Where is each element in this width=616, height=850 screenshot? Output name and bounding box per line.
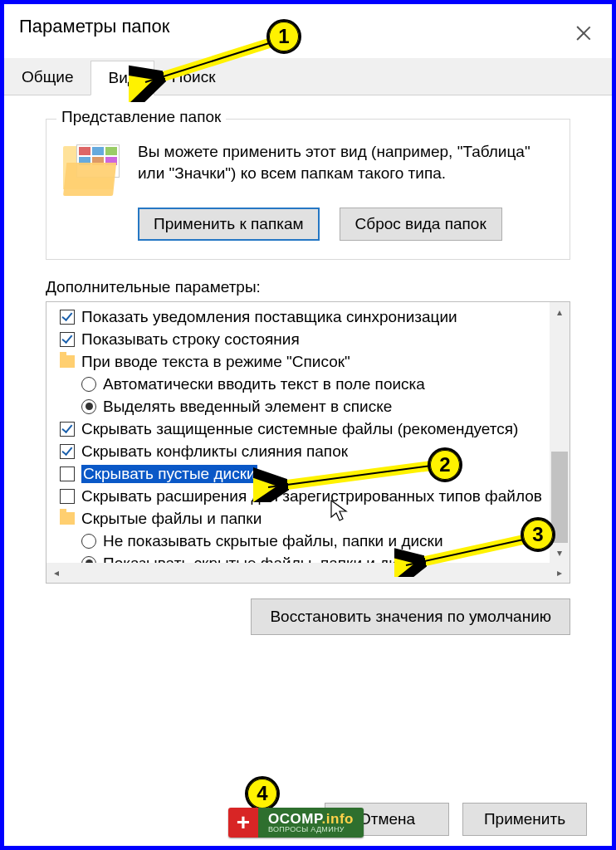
list-item[interactable]: Скрытые файлы и папки — [46, 507, 550, 530]
tab-general[interactable]: Общие — [4, 60, 90, 95]
folder-views-legend: Представление папок — [56, 108, 226, 126]
watermark: + OCOMP.info ВОПРОСЫ АДМИНУ — [228, 808, 364, 838]
checkbox[interactable] — [60, 489, 75, 504]
list-item[interactable]: Показывать строку состояния — [46, 328, 550, 350]
list-item-label: Показывать строку состояния — [81, 330, 300, 349]
list-item[interactable]: Скрывать конфликты слияния папок — [46, 440, 550, 462]
titlebar: Параметры папок — [4, 4, 612, 42]
annotation-callout-4: 4 — [245, 776, 280, 811]
window-title: Параметры папок — [19, 16, 169, 37]
annotation-callout-2: 2 — [428, 447, 462, 482]
list-item[interactable]: Скрывать защищенные системные файлы (рек… — [46, 418, 550, 440]
radio[interactable] — [81, 556, 96, 564]
radio[interactable] — [81, 377, 96, 392]
tab-view[interactable]: Вид — [90, 61, 154, 95]
scroll-right-icon[interactable]: ▸ — [550, 563, 570, 583]
list-item-label: Не показывать скрытые файлы, папки и дис… — [103, 532, 443, 550]
outer-frame: Параметры папок Общие Вид Поиск Представ… — [0, 0, 616, 850]
scroll-left-icon[interactable]: ◂ — [46, 563, 66, 583]
folder-views-desc: Вы можете применить этот вид (например, … — [138, 141, 553, 194]
radio[interactable] — [81, 399, 96, 414]
list-item-label: Показывать скрытые файлы, папки и диски — [103, 554, 421, 564]
checkbox[interactable] — [60, 310, 75, 325]
apply-to-folders-button[interactable]: Применить к папкам — [138, 208, 320, 241]
list-item-label: Скрытые файлы и папки — [81, 510, 262, 528]
list-item-label: Скрывать конфликты слияния папок — [81, 442, 348, 461]
annotation-callout-1: 1 — [266, 19, 301, 54]
list-item-label: Скрывать пустые диски — [81, 465, 257, 483]
horizontal-scrollbar[interactable]: ◂ ▸ — [46, 563, 570, 583]
folder-views-group: Представление папок Вы можете применить … — [46, 119, 570, 260]
list-item[interactable]: Скрывать пустые диски — [46, 462, 550, 485]
list-item[interactable]: Показать уведомления поставщика синхрони… — [46, 305, 550, 328]
checkbox[interactable] — [60, 332, 75, 347]
list-item[interactable]: Показывать скрытые файлы, папки и диски — [46, 552, 550, 563]
folder-icon — [60, 512, 75, 525]
watermark-plus-icon: + — [228, 808, 258, 838]
list-item-label: Автоматически вводить текст в поле поиск… — [103, 375, 425, 393]
list-item-label: Скрывать защищенные системные файлы (рек… — [81, 420, 518, 438]
list-item[interactable]: Автоматически вводить текст в поле поиск… — [46, 373, 550, 395]
checkbox[interactable] — [60, 422, 75, 437]
list-item[interactable]: Скрывать расширения для зарегистрированн… — [46, 485, 550, 507]
close-icon[interactable] — [574, 24, 594, 44]
apply-button[interactable]: Применить — [462, 803, 587, 836]
radio[interactable] — [81, 534, 96, 549]
list-item-label: Скрывать расширения для зарегистрированн… — [81, 487, 542, 506]
annotation-callout-3: 3 — [521, 517, 555, 552]
list-item[interactable]: Не показывать скрытые файлы, папки и дис… — [46, 530, 550, 552]
folder-icon — [60, 355, 75, 368]
checkbox[interactable] — [60, 467, 75, 481]
cursor-icon — [330, 499, 348, 522]
restore-defaults-button[interactable]: Восстановить значения по умолчанию — [251, 598, 570, 635]
vertical-scrollbar[interactable]: ▴ ▾ — [550, 302, 570, 563]
tab-search[interactable]: Поиск — [154, 60, 233, 95]
folder-icon — [63, 144, 123, 194]
scroll-up-icon[interactable]: ▴ — [550, 302, 570, 322]
scroll-down-icon[interactable]: ▾ — [550, 543, 570, 563]
advanced-label: Дополнительные параметры: — [46, 278, 570, 296]
reset-folders-button[interactable]: Сброс вида папок — [340, 208, 502, 241]
checkbox[interactable] — [60, 444, 75, 459]
body-area: Представление папок Вы можете применить … — [4, 95, 612, 635]
list-item-label: При вводе текста в режиме "Список" — [81, 353, 350, 371]
tabs: Общие Вид Поиск — [4, 57, 612, 95]
list-item-label: Показать уведомления поставщика синхрони… — [81, 308, 457, 326]
list-item[interactable]: При вводе текста в режиме "Список" — [46, 350, 550, 373]
list-item[interactable]: Выделять введенный элемент в списке — [46, 395, 550, 418]
advanced-settings-box: Показать уведомления поставщика синхрони… — [46, 301, 570, 584]
dialog-window: Параметры папок Общие Вид Поиск Представ… — [4, 4, 612, 846]
list-item-label: Выделять введенный элемент в списке — [103, 398, 392, 416]
advanced-settings-list[interactable]: Показать уведомления поставщика синхрони… — [46, 302, 550, 563]
